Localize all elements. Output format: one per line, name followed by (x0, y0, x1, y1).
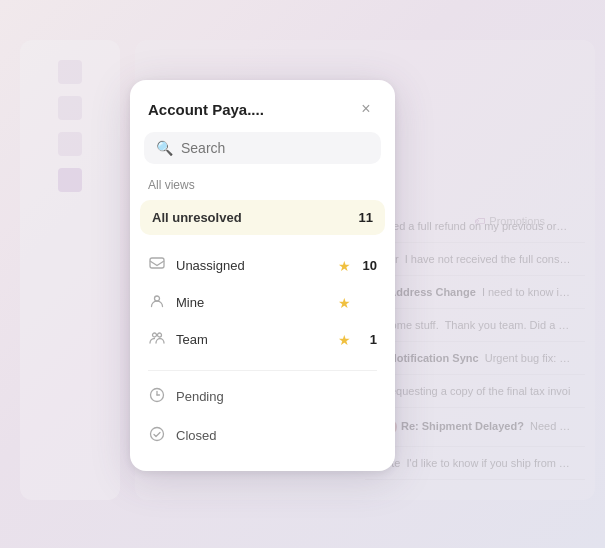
team-star: ★ (338, 332, 351, 348)
all-unresolved-label: All unresolved (152, 210, 242, 225)
svg-point-3 (158, 333, 162, 337)
view-list: Unassigned ★ 10 Mine ★ (130, 241, 395, 364)
mine-label: Mine (176, 295, 328, 310)
svg-point-1 (155, 296, 160, 301)
section-divider (148, 370, 377, 371)
view-item-unassigned[interactable]: Unassigned ★ 10 (130, 247, 395, 284)
closed-icon (148, 426, 166, 445)
search-box: 🔍 (144, 132, 381, 164)
unassigned-star: ★ (338, 258, 351, 274)
all-unresolved-count: 11 (359, 210, 373, 225)
search-icon: 🔍 (156, 140, 173, 156)
pending-label: Pending (176, 389, 224, 404)
all-unresolved-row[interactable]: All unresolved 11 (140, 200, 385, 235)
modal-panel: Account Paya.... × 🔍 All views All unres… (130, 80, 395, 471)
section-label-all-views: All views (130, 178, 395, 200)
unassigned-count: 10 (361, 258, 377, 273)
bottom-item-closed[interactable]: Closed (130, 416, 395, 455)
search-input[interactable] (181, 140, 369, 156)
team-count: 1 (361, 332, 377, 347)
mine-icon (148, 293, 166, 312)
closed-label: Closed (176, 428, 216, 443)
team-label: Team (176, 332, 328, 347)
team-icon (148, 330, 166, 349)
svg-point-2 (153, 333, 157, 337)
svg-point-7 (151, 428, 164, 441)
modal-header: Account Paya.... × (130, 80, 395, 132)
view-item-mine[interactable]: Mine ★ (130, 284, 395, 321)
unassigned-label: Unassigned (176, 258, 328, 273)
mine-star: ★ (338, 295, 351, 311)
bottom-item-pending[interactable]: Pending (130, 377, 395, 416)
view-item-team[interactable]: Team ★ 1 (130, 321, 395, 358)
modal-close-button[interactable]: × (355, 98, 377, 120)
modal-title: Account Paya.... (148, 101, 264, 118)
unassigned-icon (148, 256, 166, 275)
pending-icon (148, 387, 166, 406)
